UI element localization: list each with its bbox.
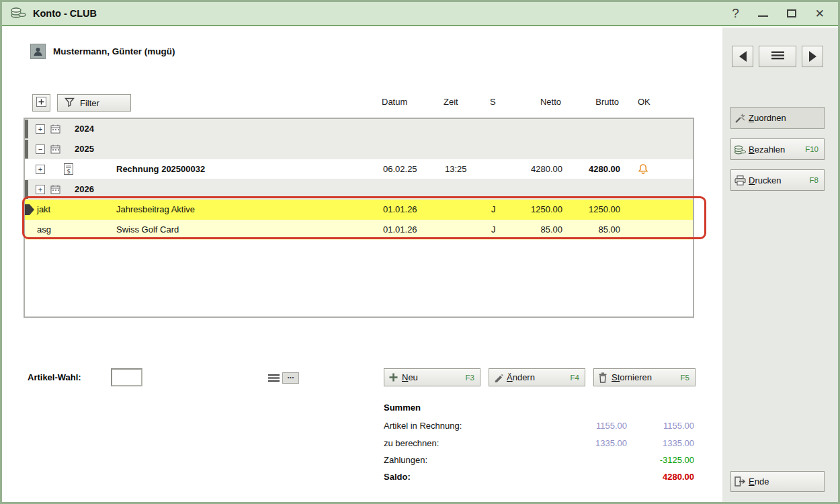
column-header-brutto: Brutto xyxy=(565,97,619,107)
article-code: jakt xyxy=(37,200,50,220)
printer-icon xyxy=(731,175,749,185)
arrow-left-icon xyxy=(739,51,747,62)
column-header-s: S xyxy=(490,97,496,107)
fkey-label: F4 xyxy=(571,374,585,382)
more-options-button[interactable]: ... xyxy=(282,372,299,384)
person-icon xyxy=(30,44,46,59)
invoice-zeit: 13:25 xyxy=(445,159,467,179)
summen-brutto-value: 1335.00 xyxy=(627,438,694,448)
article-row-jakt[interactable]: jakt Jahresbeitrag Aktive 01.01.26 J 125… xyxy=(25,200,693,220)
exit-icon xyxy=(731,476,749,487)
selected-row-marker xyxy=(25,204,34,217)
invoice-datum: 06.02.25 xyxy=(383,159,417,179)
arrow-right-icon xyxy=(809,51,816,62)
app-window: Konto - CLUB ? ✕ Mustermann, Günter (mug… xyxy=(0,0,840,504)
add-entry-button[interactable] xyxy=(32,94,50,112)
article-brutto: 85.00 xyxy=(566,220,620,240)
zuordnen-button[interactable]: Zuordnen xyxy=(730,107,825,129)
expand-toggle[interactable]: + xyxy=(36,185,45,194)
filter-button[interactable]: Filter xyxy=(57,94,131,112)
summen-netto-value: 1155.00 xyxy=(560,421,627,431)
fkey-label: F8 xyxy=(810,176,824,184)
plus-box-icon xyxy=(36,97,46,109)
summen-netto-value: 1335.00 xyxy=(560,438,627,448)
close-button[interactable]: ✕ xyxy=(815,8,825,19)
window-title: Konto - CLUB xyxy=(33,8,97,19)
prev-button[interactable] xyxy=(732,46,753,67)
titlebar: Konto - CLUB ? ✕ xyxy=(2,2,838,26)
calendar-icon xyxy=(50,185,60,196)
plus-icon xyxy=(384,373,402,382)
invoice-netto: 4280.00 xyxy=(509,159,562,179)
year-row-2025[interactable]: − 2025 xyxy=(25,139,693,159)
article-datum: 01.01.26 xyxy=(383,200,417,220)
year-label: 2025 xyxy=(75,139,94,159)
invoice-brutto: 4280.00 xyxy=(566,159,620,179)
trash-icon xyxy=(594,372,612,383)
svg-text:$: $ xyxy=(67,168,71,175)
hamburger-icon xyxy=(771,51,784,62)
fkey-label: F10 xyxy=(805,145,824,153)
filter-label: Filter xyxy=(80,98,99,108)
article-row-asg[interactable]: asg Swiss Golf Card 01.01.26 J 85.00 85.… xyxy=(25,220,693,240)
magic-wand-icon xyxy=(731,113,749,124)
transactions-table: + 2024 − xyxy=(24,118,694,318)
help-button[interactable]: ? xyxy=(732,6,739,21)
calendar-icon xyxy=(50,124,60,136)
sidebar: Zuordnen Bezahlen F10 xyxy=(722,28,838,502)
summen-title: Summen xyxy=(384,403,421,413)
coins-app-icon xyxy=(10,5,26,22)
pencil-icon xyxy=(489,372,507,382)
fkey-label: F5 xyxy=(681,374,695,382)
summen-brutto-value: 1155.00 xyxy=(627,421,694,431)
year-label: 2026 xyxy=(75,179,94,200)
next-button[interactable] xyxy=(802,46,823,67)
article-netto: 85.00 xyxy=(509,220,562,240)
filter-funnel-icon xyxy=(65,97,75,109)
fkey-label: F3 xyxy=(466,374,480,382)
year-row-2024[interactable]: + 2024 xyxy=(25,119,693,139)
ende-button[interactable]: Ende xyxy=(730,471,825,492)
row-marker xyxy=(25,140,28,159)
drucken-button[interactable]: Drucken F8 xyxy=(730,169,825,191)
invoice-document-icon: $ xyxy=(64,163,73,177)
neu-button[interactable]: Neu F3 xyxy=(384,368,480,386)
year-row-2026[interactable]: + 2026 xyxy=(25,179,693,200)
expand-toggle[interactable]: + xyxy=(36,124,45,134)
article-s: J xyxy=(491,220,496,240)
invoice-row[interactable]: + $ Rechnung 202500032 06.02.25 13:25 42… xyxy=(25,159,693,179)
year-label: 2024 xyxy=(75,119,94,139)
article-name: Swiss Golf Card xyxy=(116,220,179,240)
row-marker xyxy=(25,120,28,138)
article-name: Jahresbeitrag Aktive xyxy=(116,200,195,220)
collapse-toggle[interactable]: − xyxy=(36,144,45,154)
maximize-button[interactable] xyxy=(787,9,796,17)
bezahlen-button[interactable]: Bezahlen F10 xyxy=(730,138,825,160)
column-header-datum: Datum xyxy=(382,97,407,107)
invoice-label: Rechnung 202500032 xyxy=(116,159,205,179)
article-netto: 1250.00 xyxy=(509,200,562,220)
calendar-icon xyxy=(50,144,60,156)
article-code: asg xyxy=(37,220,51,240)
summen-row-label: Artikel in Rechnung: xyxy=(384,421,462,431)
list-menu-button[interactable] xyxy=(265,372,282,384)
column-header-netto: Netto xyxy=(507,97,561,107)
stornieren-button[interactable]: Stornieren F5 xyxy=(593,368,696,386)
coins-icon xyxy=(731,144,749,155)
expand-toggle[interactable]: + xyxy=(36,165,45,174)
saldo-value: 4280.00 xyxy=(627,472,694,482)
article-s: J xyxy=(491,200,496,220)
artikel-wahl-label: Artikel-Wahl: xyxy=(28,372,81,382)
article-brutto: 1250.00 xyxy=(566,200,620,220)
artikel-wahl-input[interactable] xyxy=(111,368,142,386)
summen-row-label: Zahlungen: xyxy=(384,455,427,465)
article-datum: 01.01.26 xyxy=(383,220,417,240)
aendern-button[interactable]: Ändern F4 xyxy=(489,368,585,386)
summen-brutto-value: -3125.00 xyxy=(627,455,694,465)
column-header-ok: OK xyxy=(638,97,650,107)
alert-bell-icon xyxy=(638,163,648,177)
saldo-label: Saldo: xyxy=(384,472,411,482)
summen-row-label: zu berechnen: xyxy=(384,438,439,448)
menu-button[interactable] xyxy=(759,46,796,67)
minimize-button[interactable] xyxy=(758,15,768,17)
